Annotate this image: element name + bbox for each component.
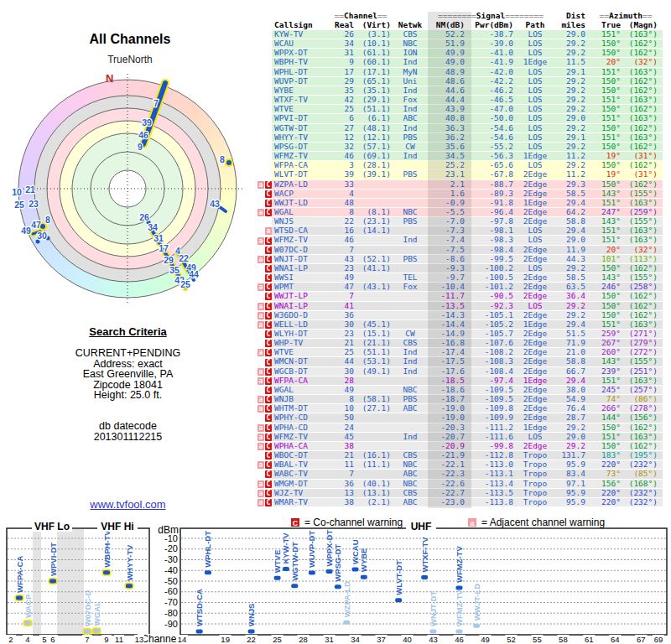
cell-tr: 150°: [589, 39, 621, 48]
cell-ne: ION: [393, 49, 428, 57]
warning-markers: [255, 68, 272, 77]
cell-re: 32: [329, 143, 354, 151]
cell-nm: 44.6: [428, 86, 471, 95]
cell-ne: [393, 442, 428, 450]
cell-ne: CW: [393, 143, 428, 151]
cell-mg: (251°): [621, 367, 663, 376]
cell-pa: LOS: [517, 236, 554, 244]
cell-mi: 51.5: [554, 330, 589, 338]
cell-mg: (31°): [621, 170, 663, 179]
co-channel-legend-text: = Co-channel warning: [304, 517, 403, 528]
station-label: WZPA-LD: [342, 581, 351, 617]
dbm-tick-label: -80: [164, 608, 178, 618]
cell-tr: 150°: [589, 302, 621, 310]
cell-ne: [393, 377, 428, 385]
tvfool-link[interactable]: www.tvfool.com: [90, 498, 165, 511]
cell-mg: (32°): [621, 246, 663, 254]
cell-tr: 260°: [589, 348, 621, 356]
cell-vi: [354, 311, 393, 319]
co-channel-warning-icon: C: [265, 200, 272, 207]
cell-nm: 34.5: [428, 152, 471, 160]
cell-cs: W36DO-D: [272, 311, 329, 319]
cell-pw: -38.7: [471, 30, 517, 39]
cell-mg: (259°): [621, 208, 663, 216]
cell-mg: (162°): [621, 423, 663, 432]
cell-tr: 151°: [589, 377, 621, 385]
cell-pw: -47.0: [471, 105, 517, 113]
cell-pw: -112.8: [471, 451, 517, 460]
cell-mg: (162°): [621, 292, 663, 300]
polar-channel-label: 25: [180, 279, 190, 289]
co-channel-warning-icon: C: [265, 359, 272, 366]
cell-tr: 151°: [589, 236, 621, 244]
cell-vi: [354, 302, 393, 310]
cell-pw: -56.3: [471, 152, 517, 160]
warning-markers: C: [255, 330, 272, 339]
warning-markers: C: [255, 246, 272, 255]
cell-pa: Tropo: [517, 498, 554, 506]
cell-tr: 150°: [589, 292, 621, 300]
polar-channel-label: 26: [139, 212, 149, 222]
cell-ne: ABC: [393, 470, 428, 478]
cell-re: 50: [329, 413, 354, 422]
cell-re: 26: [329, 30, 354, 39]
warning-markers: [255, 105, 272, 114]
criteria-height: Height: 25.0 ft.: [17, 390, 239, 401]
cell-cs: WFMZ-TV: [272, 236, 329, 244]
adjacent-channel-warning-icon: a: [265, 227, 272, 235]
cell-pw: -99.5: [471, 255, 517, 263]
cell-nm: -9.7: [428, 273, 471, 282]
adjacent-channel-warning-icon: a: [257, 424, 264, 432]
cell-tr: 245°: [589, 386, 621, 394]
cell-vi: (29.1): [354, 96, 393, 104]
station-label: WHYY-TV: [125, 544, 134, 581]
cell-mi: 21.0: [554, 348, 589, 356]
polar-channel-label: 9: [138, 142, 143, 152]
cell-cs: WZPA-LD: [272, 180, 329, 189]
cell-cs: WPPX-DT: [272, 49, 329, 57]
polar-channel-label: 25: [14, 200, 24, 210]
cell-pa: LOS: [517, 226, 554, 235]
station-label: WACP: [23, 594, 33, 618]
cell-pw: -108.3: [471, 357, 517, 366]
co-channel-warning-icon: C: [265, 293, 272, 300]
cell-ne: Ind: [393, 348, 428, 356]
cell-vi: (57.1): [354, 143, 393, 151]
cell-mi: 95.9: [554, 489, 589, 497]
cell-re: 25: [329, 348, 354, 356]
cell-pa: 1Edge: [517, 377, 554, 385]
cell-pw: -98.1: [471, 226, 517, 235]
cell-nm: -20.7: [428, 433, 471, 441]
cell-mg: (162°): [621, 161, 663, 169]
cell-vi: [354, 292, 393, 300]
cell-pa: Tropo: [517, 489, 554, 497]
cell-cs: WPHL-DT: [272, 68, 329, 76]
cell-tr: 20°: [589, 58, 621, 66]
cell-mg: (163°): [621, 320, 663, 329]
station-label: WYBE: [359, 548, 368, 573]
cell-cs: WNJB: [272, 395, 329, 403]
cell-ne: Ind: [393, 236, 428, 244]
cell-vi: (13.1): [354, 489, 393, 497]
cell-mi: 83.4: [554, 470, 589, 478]
cell-vi: (27.1): [354, 404, 393, 413]
cell-vi: [354, 433, 393, 441]
warning-markers: aC: [255, 433, 272, 442]
adjacent-channel-warning-icon: a: [257, 434, 264, 441]
co-channel-warning-icon: C: [265, 265, 272, 273]
cell-cs: WTVE: [272, 348, 329, 356]
cell-tr: 151°: [589, 226, 621, 235]
cell-mg: (163°): [621, 377, 663, 385]
warning-markers: C: [255, 357, 272, 366]
cell-mi: 44.3: [554, 255, 589, 263]
cell-pw: -90.5: [471, 292, 517, 300]
cell-re: 17: [329, 68, 354, 76]
cell-pw: -42.2: [471, 77, 517, 86]
db-datecode-label: db datecode: [17, 421, 239, 432]
cell-mi: 29.2: [554, 39, 589, 48]
adjacent-channel-warning-icon: a: [257, 321, 264, 329]
cell-pa: LOS: [517, 39, 554, 48]
cell-pw: -105.1: [471, 311, 517, 319]
cell-pw: -113.5: [471, 489, 517, 497]
cell-ne: PBS: [393, 217, 428, 226]
